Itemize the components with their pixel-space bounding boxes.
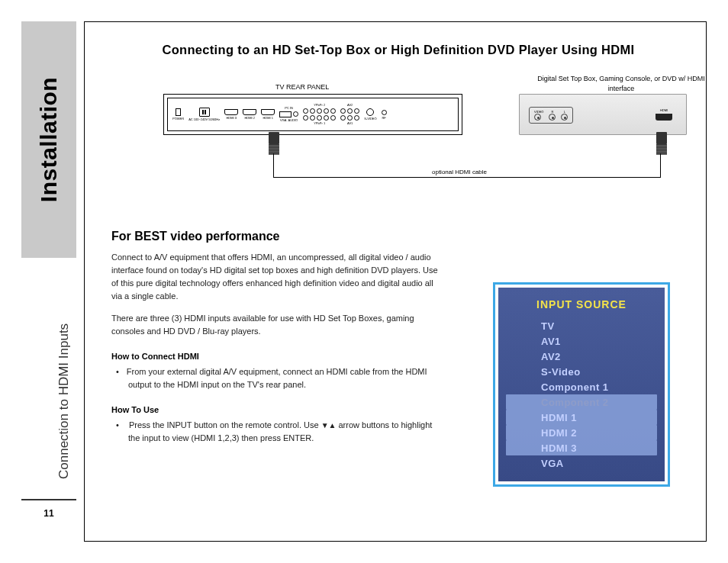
svideo-port-icon bbox=[366, 108, 374, 116]
ypbpr1-label: YPbPr 1 bbox=[314, 122, 325, 125]
hdmi1-label: HDMI 1 bbox=[263, 117, 273, 120]
hdmi2-port-icon bbox=[243, 109, 256, 115]
ypbpr2-label: YPbPr 2 bbox=[314, 104, 325, 107]
hdmi2-label: HDMI 2 bbox=[244, 117, 255, 120]
tv-panel-label: TV REAR PANEL bbox=[275, 83, 329, 91]
tv-rear-panel: POWER AC 100~240V 50/60Hz HDMI 3 HDMI 2 … bbox=[163, 94, 462, 135]
set-top-box-panel: VIDEO R L HDMI bbox=[519, 94, 687, 135]
cable-label: optional HDMI cable bbox=[429, 169, 490, 175]
how-to-connect-bullet: From your external digital A/V equipment… bbox=[111, 365, 440, 391]
section-subtitle: Connection to HDMI Inputs bbox=[56, 323, 72, 479]
hdmi3-port-icon bbox=[224, 109, 238, 115]
hdmi-connector-tv-icon bbox=[269, 132, 279, 155]
how-to-use-bullet: Press the INPUT button on the remote con… bbox=[111, 419, 440, 445]
osd-item-vga: VGA bbox=[498, 455, 665, 471]
arrow-icons: ▼▲ bbox=[321, 421, 337, 429]
hdmi-connector-stb-icon bbox=[656, 132, 667, 155]
page-number: 11 bbox=[21, 499, 76, 520]
osd-item-av1: AV1 bbox=[498, 333, 665, 349]
osd-item-tv: TV bbox=[498, 318, 665, 333]
audio-label: AUDIO bbox=[288, 119, 298, 122]
best-video-heading: For BEST video performance bbox=[111, 230, 685, 243]
osd-item-component1: Component 1 bbox=[498, 379, 665, 394]
osd-item-hdmi1: HDMI 1 bbox=[506, 410, 657, 425]
sidebar: Installation Connection to HDMI Inputs 1… bbox=[21, 21, 76, 520]
ac-inlet-label: AC 100~240V 50/60Hz bbox=[188, 118, 220, 121]
stb-video-label: VIDEO bbox=[534, 110, 543, 114]
stb-video-port-icon bbox=[534, 114, 541, 121]
rf-port-icon bbox=[382, 110, 387, 115]
pc-in-label: PC IN bbox=[285, 107, 293, 110]
hdmi1-port-icon bbox=[261, 109, 275, 115]
power-switch-label: POWER bbox=[172, 117, 184, 121]
svideo-label: S-VIDEO bbox=[364, 117, 376, 121]
stb-audio-r-port-icon bbox=[549, 114, 556, 121]
vga-label: VGA bbox=[280, 119, 286, 122]
osd-input-source-menu: INPUT SOURCE TV AV1 AV2 S-Video Componen… bbox=[493, 282, 670, 487]
rf-label: RF bbox=[382, 117, 385, 120]
pc-audio-port-icon bbox=[293, 111, 298, 117]
paragraph-2: There are three (3) HDMI inputs availabl… bbox=[111, 312, 440, 338]
stb-hdmi-label: HDMI bbox=[660, 108, 668, 112]
osd-title: INPUT SOURCE bbox=[498, 298, 665, 310]
osd-item-hdmi3: HDMI 3 bbox=[506, 440, 657, 455]
page-title: Connecting to an HD Set-Top Box or High … bbox=[111, 43, 685, 57]
stb-hdmi-port-icon bbox=[656, 114, 672, 121]
vga-port-icon bbox=[279, 111, 292, 117]
osd-item-av2: AV2 bbox=[498, 349, 665, 364]
osd-item-component2: Component 2 bbox=[506, 394, 657, 410]
av2-label: AV2 bbox=[347, 104, 353, 107]
chapter-tab: Installation bbox=[21, 21, 76, 258]
osd-item-hdmi2: HDMI 2 bbox=[506, 425, 657, 440]
av1-label: AV1 bbox=[347, 122, 353, 125]
paragraph-1: Connect to A/V equipment that offers HDM… bbox=[111, 251, 440, 303]
stb-label: Digital Set Top Box, Gaming Console, or … bbox=[530, 74, 713, 93]
osd-item-svideo: S-Video bbox=[498, 364, 665, 379]
hdmi3-label: HDMI 3 bbox=[226, 117, 237, 120]
chapter-title: Installation bbox=[36, 77, 62, 202]
how-to-use-text-pre: Press the INPUT button on the remote con… bbox=[129, 420, 321, 429]
connection-diagram: TV REAR PANEL Digital Set Top Box, Gamin… bbox=[111, 83, 685, 213]
stb-audio-l-port-icon bbox=[561, 114, 568, 121]
content-area: Connecting to an HD Set-Top Box or High … bbox=[84, 21, 707, 542]
